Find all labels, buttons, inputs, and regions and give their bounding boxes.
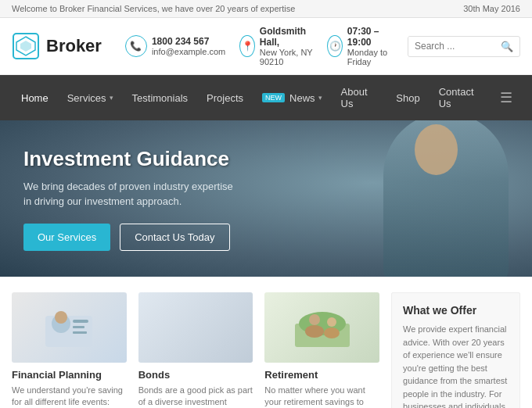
clock-icon: 🕐 <box>327 35 343 57</box>
offer-text: We provide expert financial advice. With… <box>403 323 509 408</box>
hours-line1: 07:30 – 19:00 <box>347 26 392 48</box>
header-contacts: 📞 1800 234 567 info@example.com 📍 Goldsm… <box>125 26 392 66</box>
top-bar: Welcome to Broker Financial Services, we… <box>0 0 532 18</box>
new-badge: NEW <box>262 93 285 102</box>
location-icon: 📍 <box>239 35 255 57</box>
services-dropdown-icon: ▾ <box>110 94 113 102</box>
person-head-shape <box>415 124 458 175</box>
bonds-chart <box>187 308 204 347</box>
nav-contact[interactable]: Contact Us <box>430 75 492 120</box>
hours-line2: Monday to Friday <box>347 48 387 66</box>
nav-home[interactable]: Home <box>12 81 58 115</box>
card-retirement: Retirement No matter where you want your… <box>264 292 379 408</box>
card-planning-title: Financial Planning <box>12 369 127 381</box>
offer-title: What we Offer <box>403 304 509 317</box>
svg-marker-2 <box>20 41 31 52</box>
hero-title: Investment Guidance <box>23 147 233 171</box>
news-dropdown-icon: ▾ <box>318 94 322 102</box>
nav-testimonials[interactable]: Testimonials <box>123 81 198 115</box>
card-financial-planning: Financial Planning We understand you're … <box>12 292 127 408</box>
address-line2: New York, NY 90210 <box>260 48 313 66</box>
logo-icon <box>12 32 40 60</box>
phone-icon: 📞 <box>125 35 147 57</box>
contact-us-today-button[interactable]: Contact Us Today <box>120 224 229 251</box>
nav-projects[interactable]: Projects <box>197 81 253 115</box>
retirement-illustration <box>291 300 354 355</box>
svg-rect-5 <box>73 320 88 323</box>
hero-content: Investment Guidance We bring decades of … <box>0 131 257 267</box>
svg-point-13 <box>327 317 336 327</box>
nav-right: ☰ <box>492 81 520 114</box>
contact-hours: 🕐 07:30 – 19:00 Monday to Friday <box>327 26 392 66</box>
hero-section: Investment Guidance We bring decades of … <box>0 120 532 277</box>
hero-overlay <box>239 120 532 277</box>
search-input[interactable] <box>408 37 494 55</box>
our-services-button[interactable]: Our Services <box>23 224 110 251</box>
svg-point-14 <box>324 327 340 338</box>
planning-illustration <box>38 300 100 355</box>
address-line1: Goldsmith Hall, <box>260 26 313 48</box>
cards-section: Financial Planning We understand you're … <box>0 277 532 408</box>
card-retirement-title: Retirement <box>264 369 379 381</box>
welcome-text: Welcome to Broker Financial Services, we… <box>12 4 295 13</box>
search-button[interactable]: 🔍 <box>494 37 519 56</box>
card-bonds-text: Bonds are a good pick as part of a diver… <box>138 385 253 408</box>
logo-text: Broker <box>46 36 102 56</box>
date-text: 30th May 2016 <box>463 4 520 13</box>
card-bonds-image <box>138 292 253 363</box>
contact-address: 📍 Goldsmith Hall, New York, NY 90210 <box>239 26 313 66</box>
phone-number: 1800 234 567 <box>152 36 225 47</box>
nav-news[interactable]: NEWNews ▾ <box>253 81 332 115</box>
nav-about[interactable]: About Us <box>332 75 387 120</box>
contact-phone: 📞 1800 234 567 info@example.com <box>125 26 225 66</box>
card-bonds-title: Bonds <box>138 369 253 381</box>
email-address: info@example.com <box>152 47 225 56</box>
svg-point-11 <box>309 314 320 325</box>
main-nav: Home Services ▾ Testimonials Projects NE… <box>0 75 532 120</box>
svg-rect-6 <box>73 326 84 328</box>
nav-toggle-icon[interactable]: ☰ <box>492 81 520 114</box>
svg-point-12 <box>305 325 324 338</box>
svg-point-8 <box>55 311 67 324</box>
logo[interactable]: Broker <box>12 32 102 60</box>
card-retirement-text: No matter where you want your retirement… <box>264 385 379 408</box>
card-retirement-image <box>264 292 379 363</box>
card-planning-image <box>12 292 127 363</box>
card-bonds: Bonds Bonds are a good pick as part of a… <box>138 292 253 408</box>
hero-buttons: Our Services Contact Us Today <box>23 224 233 251</box>
header: Broker 📞 1800 234 567 info@example.com 📍… <box>0 18 532 75</box>
nav-services[interactable]: Services ▾ <box>58 81 123 115</box>
nav-shop[interactable]: Shop <box>386 81 429 115</box>
hero-subtitle: We bring decades of proven industry expe… <box>23 179 233 209</box>
search-box[interactable]: 🔍 <box>408 36 520 57</box>
offer-box: What we Offer We provide expert financia… <box>391 292 520 408</box>
svg-rect-7 <box>73 331 87 334</box>
card-planning-text: We understand you're saving for all diff… <box>12 385 127 408</box>
